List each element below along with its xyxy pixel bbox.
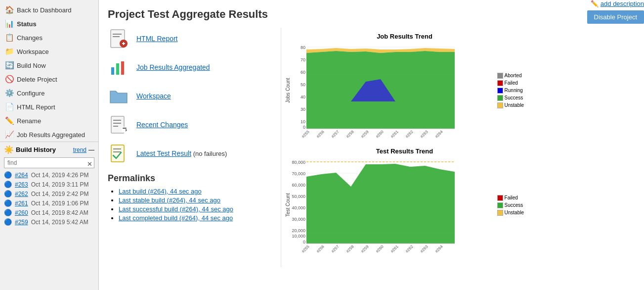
link-row-1: Job Results Aggregated: [108, 56, 266, 78]
link-anchor-4[interactable]: Latest Test Result: [136, 149, 191, 157]
build-date-2: Oct 14, 2019 2:42 PM: [31, 191, 89, 197]
trend-dash: —: [88, 146, 94, 153]
build-history-section: ☀️ Build History trend — ✕ 🔵 #264 Oct 14…: [0, 142, 98, 230]
job-results-chart: Job Results Trend Jobs Count: [285, 33, 524, 139]
find-input[interactable]: [4, 157, 94, 168]
link-anchor-3[interactable]: Recent Changes: [136, 121, 188, 129]
sidebar-item-2[interactable]: 📋Changes: [0, 31, 98, 45]
main-content: ✏️ add description Disable Project Proje…: [99, 0, 644, 290]
sidebar-label-0: Back to Dashboard: [17, 6, 72, 14]
svg-text:60: 60: [301, 70, 305, 75]
legend-label-3: Success: [505, 95, 523, 100]
link-anchor-2[interactable]: Workspace: [136, 92, 171, 100]
sidebar-item-8[interactable]: ✏️Rename: [0, 114, 98, 128]
permalink-item-2[interactable]: Last successful build (#264), 44 sec ago: [119, 205, 233, 213]
build-history-title: Build History: [16, 146, 71, 153]
links-section: HTML ReportJob Results AggregatedWorkspa…: [108, 28, 266, 164]
svg-text:#264: #264: [434, 129, 444, 139]
svg-text:50: 50: [301, 82, 305, 87]
test-results-chart-area: 80,000 70,000 60,000 50,000 40,000 30,00…: [292, 157, 493, 253]
sidebar-label-1: Status: [17, 20, 37, 28]
svg-rect-2: [113, 36, 120, 37]
svg-text:0: 0: [303, 125, 305, 130]
sidebar-label-7: HTML Report: [17, 103, 55, 111]
legend-color-4: [497, 102, 503, 108]
sidebar-icon-arrow-left: 🏠: [5, 5, 14, 14]
job-results-title: Job Results Trend: [285, 33, 524, 40]
link-anchor-0[interactable]: HTML Report: [136, 35, 178, 43]
charts-panel: Job Results Trend Jobs Count: [281, 28, 528, 267]
build-status-icon-2: 🔵: [4, 190, 12, 197]
list-item: Last build (#264), 44 sec ago: [119, 188, 266, 195]
edit-icon: ✏️: [591, 0, 599, 7]
permalinks-title: Permalinks: [108, 173, 266, 184]
page-title: Project Test Aggregate Results: [108, 8, 635, 21]
find-clear-icon[interactable]: ✕: [87, 160, 92, 168]
build-row: 🔵 #260 Oct 14, 2019 8:42 AM: [4, 208, 94, 217]
build-date-5: Oct 14, 2019 5:42 AM: [31, 219, 88, 226]
build-link-1[interactable]: #263: [15, 181, 28, 188]
top-right-actions: ✏️ add description Disable Project: [587, 0, 644, 24]
svg-text:#261: #261: [390, 244, 399, 253]
sidebar-item-0[interactable]: 🏠Back to Dashboard: [0, 3, 98, 17]
legend-label-1: Failed: [505, 80, 518, 86]
build-link-2[interactable]: #262: [15, 191, 28, 197]
svg-text:#263: #263: [420, 244, 429, 253]
svg-rect-6: [121, 61, 124, 75]
svg-text:#257: #257: [331, 129, 340, 139]
link-anchor-1[interactable]: Job Results Aggregated: [136, 63, 210, 71]
svg-text:#259: #259: [360, 129, 370, 139]
svg-text:40,000: 40,000: [292, 205, 305, 210]
sidebar-item-9[interactable]: 📈Job Results Aggregated: [0, 128, 98, 142]
svg-text:#260: #260: [375, 244, 385, 253]
build-link-3[interactable]: #261: [15, 200, 28, 207]
sidebar-item-3[interactable]: 📁Workspace: [0, 45, 98, 58]
build-status-icon-3: 🔵: [4, 199, 12, 207]
sidebar-icon-folder: 📁: [5, 47, 14, 56]
svg-text:30: 30: [301, 107, 305, 112]
svg-rect-1: [113, 34, 122, 35]
build-status-icon-4: 🔵: [4, 209, 12, 216]
disable-project-button[interactable]: Disable Project: [587, 10, 644, 24]
permalink-item-3[interactable]: Last completed build (#264), 44 sec ago: [119, 214, 233, 222]
svg-text:60,000: 60,000: [292, 183, 305, 188]
sidebar-icon-pencil: ✏️: [5, 116, 14, 125]
sidebar-item-1[interactable]: 📊Status: [0, 17, 98, 31]
link-row-0: HTML Report: [108, 28, 266, 49]
svg-rect-9: [113, 123, 121, 124]
legend-label-0: Aborted: [505, 73, 522, 78]
svg-text:#262: #262: [405, 244, 414, 253]
svg-text:80,000: 80,000: [292, 160, 305, 165]
sidebar-item-4[interactable]: 🔄Build Now: [0, 58, 98, 72]
job-results-svg: 80 70 60 50 40 30 10 0: [292, 42, 460, 139]
test-results-legend: FailedSuccessUnstable: [497, 157, 524, 253]
svg-text:#264: #264: [434, 244, 444, 253]
svg-rect-4: [111, 67, 114, 75]
sidebar: 🏠Back to Dashboard📊Status📋Changes📁Worksp…: [0, 0, 99, 290]
sidebar-label-8: Rename: [17, 117, 41, 125]
svg-rect-10: [113, 126, 118, 127]
build-row: 🔵 #259 Oct 14, 2019 5:42 AM: [4, 217, 94, 227]
sidebar-item-5[interactable]: 🚫Delete Project: [0, 72, 98, 86]
build-date-1: Oct 14, 2019 3:11 PM: [31, 181, 89, 188]
build-link-4[interactable]: #260: [15, 209, 28, 216]
test-results-chart: Test Results Trend Test Count: [285, 147, 524, 253]
sidebar-item-6[interactable]: ⚙️Configure: [0, 86, 98, 100]
svg-text:#259: #259: [360, 244, 370, 253]
build-link-5[interactable]: #259: [15, 219, 28, 226]
add-description-link[interactable]: add description: [601, 0, 644, 7]
trend-link[interactable]: trend: [73, 146, 86, 153]
svg-text:20,000: 20,000: [292, 228, 305, 233]
job-results-y-label: Jobs Count: [285, 42, 291, 139]
build-rows-container: 🔵 #264 Oct 14, 2019 4:26 PM 🔵 #263 Oct 1…: [4, 170, 94, 227]
permalink-item-0[interactable]: Last build (#264), 44 sec ago: [119, 188, 202, 195]
legend-color-1: [497, 80, 503, 86]
permalink-item-1[interactable]: Last stable build (#264), 44 sec ago: [119, 196, 220, 204]
job-legend-item-0: Aborted: [497, 73, 524, 79]
svg-text:10: 10: [301, 119, 305, 124]
list-item: Last completed build (#264), 44 sec ago: [119, 214, 266, 222]
permalinks-section: Permalinks Last build (#264), 44 sec ago…: [108, 173, 266, 222]
test-results-title: Test Results Trend: [285, 147, 524, 155]
sidebar-item-7[interactable]: 📄HTML Report: [0, 100, 98, 114]
build-link-0[interactable]: #264: [15, 172, 28, 179]
